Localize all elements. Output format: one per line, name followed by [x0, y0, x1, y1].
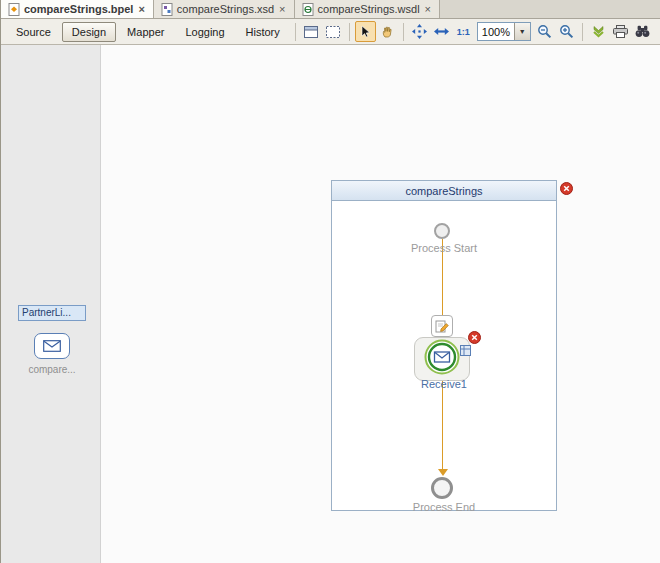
- tab-close-icon[interactable]: ×: [424, 4, 432, 15]
- partnerlink-body: compare...: [18, 321, 86, 375]
- toolbar-separator: [349, 23, 350, 41]
- process-box[interactable]: compareStrings Process Start: [331, 180, 557, 511]
- view-source-button[interactable]: Source: [6, 22, 61, 42]
- wsdl-file-icon: [302, 3, 314, 16]
- process-end-label: Process End: [332, 501, 556, 513]
- fit-width-icon[interactable]: [431, 21, 452, 42]
- designer-toolbar: Source Design Mapper Logging History 1:1: [1, 19, 660, 45]
- operation-envelope-icon[interactable]: [34, 333, 70, 359]
- process-end-node[interactable]: [431, 477, 453, 499]
- tab-close-icon[interactable]: ×: [278, 4, 286, 15]
- show-partnerlinks-icon[interactable]: [301, 21, 322, 42]
- edit-activity-button[interactable]: [431, 315, 453, 337]
- editor-tab-bar: compareStrings.bpel × compareStrings.xsd…: [1, 0, 660, 19]
- fit-diagram-icon[interactable]: [409, 21, 430, 42]
- partnerlink-box[interactable]: PartnerLi... compare...: [18, 305, 86, 375]
- process-error-badge[interactable]: [560, 182, 573, 197]
- design-canvas[interactable]: PartnerLi... compare... compareStrings P…: [1, 45, 660, 563]
- tab-comparestrings-bpel[interactable]: compareStrings.bpel ×: [1, 0, 154, 18]
- select-tool-icon[interactable]: [355, 21, 376, 42]
- operation-label: compare...: [28, 364, 75, 375]
- flow-arrowhead: [438, 469, 448, 476]
- tab-label: compareStrings.wsdl: [318, 3, 420, 15]
- receive-error-badge[interactable]: [468, 331, 481, 346]
- receive-activity-icon[interactable]: [424, 339, 460, 375]
- process-start-label: Process Start: [332, 242, 556, 254]
- zoom-out-icon[interactable]: [534, 21, 555, 42]
- collapse-blocks-icon[interactable]: [323, 21, 344, 42]
- process-header[interactable]: compareStrings: [332, 181, 556, 201]
- message-mapping-badge-icon[interactable]: [460, 345, 471, 358]
- view-logging-button[interactable]: Logging: [175, 22, 234, 42]
- toolbar-separator: [403, 23, 404, 41]
- tab-comparestrings-wsdl[interactable]: compareStrings.wsdl ×: [295, 0, 441, 18]
- process-start-node[interactable]: [434, 223, 450, 239]
- print-icon[interactable]: [610, 21, 631, 42]
- receive-activity-label: Receive1: [332, 378, 556, 390]
- partnerlink-column: [1, 45, 101, 563]
- chevron-down-icon[interactable]: ▼: [514, 23, 530, 40]
- view-history-button[interactable]: History: [236, 22, 290, 42]
- view-mapper-button[interactable]: Mapper: [117, 22, 174, 42]
- process-title: compareStrings: [405, 185, 482, 197]
- tab-comparestrings-xsd[interactable]: compareStrings.xsd ×: [154, 0, 295, 18]
- pan-tool-icon[interactable]: [377, 21, 398, 42]
- toolbar-separator: [582, 23, 583, 41]
- find-icon[interactable]: [632, 21, 653, 42]
- zoom-in-icon[interactable]: [556, 21, 577, 42]
- tab-close-icon[interactable]: ×: [137, 4, 145, 15]
- xsd-file-icon: [161, 3, 173, 16]
- validate-icon[interactable]: [588, 21, 609, 42]
- zoom-level-combobox[interactable]: 100% ▼: [477, 22, 531, 41]
- bpel-designer-window: compareStrings.bpel × compareStrings.xsd…: [0, 0, 660, 563]
- actual-size-icon[interactable]: 1:1: [453, 21, 474, 42]
- view-design-button[interactable]: Design: [62, 22, 116, 42]
- tab-label: compareStrings.xsd: [177, 3, 274, 15]
- zoom-level-value: 100%: [478, 23, 514, 40]
- toolbar-separator: [295, 23, 296, 41]
- tab-label: compareStrings.bpel: [24, 3, 133, 15]
- bpel-file-icon: [8, 3, 20, 16]
- partnerlink-title[interactable]: PartnerLi...: [18, 305, 86, 321]
